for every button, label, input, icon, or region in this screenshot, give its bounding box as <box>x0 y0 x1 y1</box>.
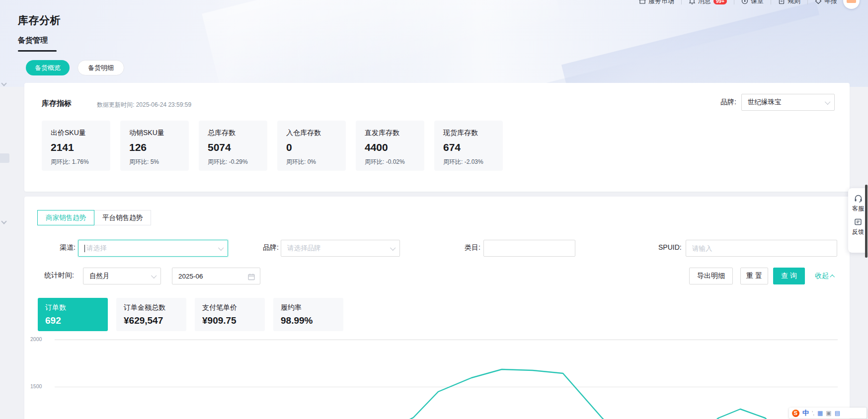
metric-value: 126 <box>129 141 189 153</box>
tab-merchant-trend[interactable]: 商家销售趋势 <box>37 210 94 225</box>
channel-label: 渠道: <box>60 243 76 252</box>
pill-stock-overview[interactable]: 备货概览 <box>26 60 70 75</box>
collapse-chevron-icon[interactable] <box>2 81 8 88</box>
scrollbar-thumb[interactable] <box>865 185 868 258</box>
metric-label: 直发库存数 <box>365 129 424 138</box>
metric-value: 2141 <box>51 141 110 153</box>
brand-filter-label: 品牌: <box>720 98 736 107</box>
channel-placeholder: 请选择 <box>86 244 107 253</box>
metric-card: 出价SKU量 2141 周环比: 1.76% <box>42 121 110 171</box>
nav-divider <box>681 0 682 4</box>
collapse-chevron-icon[interactable] <box>2 219 8 226</box>
stat-time-label: 统计时间: <box>44 271 74 280</box>
sogou-logo-icon[interactable]: S <box>792 410 799 417</box>
ime-keyboard-icon[interactable]: ▣ <box>826 410 831 417</box>
nav-classroom[interactable]: 课堂 <box>741 0 764 5</box>
header-band <box>0 0 868 87</box>
chevron-up-icon <box>830 274 835 279</box>
metric-wow: 周环比: 0% <box>286 158 346 166</box>
spuid-label: SPUID: <box>658 243 682 251</box>
orders-series-line <box>367 369 789 419</box>
kpi-label: 支付笔单价 <box>202 303 265 312</box>
metric-label: 入仓库存数 <box>286 129 346 138</box>
time-type-select[interactable]: 自然月 <box>83 268 161 284</box>
brand-select-value: 世纪缘珠宝 <box>748 98 782 107</box>
brand-filter: 品牌: 世纪缘珠宝 <box>720 94 835 111</box>
nav-label: 规则 <box>788 0 800 5</box>
kpi-label: 履约率 <box>281 303 343 312</box>
spuid-input[interactable] <box>686 240 837 257</box>
metric-label: 现货库存数 <box>443 129 503 138</box>
metric-card: 直发库存数 4400 周环比: -0.02% <box>356 121 424 171</box>
metric-label: 动销SKU量 <box>129 129 189 138</box>
ime-emoji-icon[interactable]: ▦ <box>817 410 823 417</box>
chevron-down-icon <box>390 245 395 251</box>
metric-card: 总库存数 5074 周环比: -0.29% <box>199 121 267 171</box>
sidebar-handle[interactable] <box>0 153 9 163</box>
nav-label: 消息 <box>698 0 711 5</box>
topnav-clip: 服务市场 消息 99+ 课堂 规则 年报 <box>447 0 868 5</box>
section-title: 库存指标 <box>42 99 72 108</box>
trend-brand-placeholder: 请选择品牌 <box>287 244 321 253</box>
avatar-art <box>847 0 856 3</box>
category-label: 类目: <box>465 243 480 252</box>
orders-line-chart <box>24 323 844 419</box>
nav-divider <box>734 0 734 4</box>
nav-messages[interactable]: 消息 99+ <box>689 0 727 5</box>
chevron-down-icon <box>218 245 224 251</box>
text-caret <box>84 245 85 252</box>
month-picker[interactable]: 2025-06 <box>172 268 260 284</box>
inventory-analysis-page: 服务市场 消息 99+ 课堂 规则 年报 <box>0 0 868 419</box>
nav-label: 课堂 <box>751 0 764 5</box>
metric-value: 5074 <box>208 141 267 153</box>
ime-mode-chinese[interactable]: 中 <box>802 409 809 418</box>
sales-trend-card: 商家销售趋势 平台销售趋势 渠道: 请选择 品牌: 请选择品牌 类目: SPUI… <box>24 197 850 419</box>
headset-icon[interactable] <box>854 195 863 203</box>
report-icon <box>815 0 822 4</box>
nav-annual-report[interactable]: 年报 <box>815 0 837 5</box>
tab-stock-management[interactable]: 备货管理 <box>18 36 48 45</box>
feedback-icon[interactable] <box>854 218 862 226</box>
metric-card: 现货库存数 674 周环比: -2.03% <box>434 121 503 171</box>
nav-divider <box>771 0 771 4</box>
trend-brand-select[interactable]: 请选择品牌 <box>281 240 400 257</box>
nav-service-market[interactable]: 服务市场 <box>639 0 674 5</box>
nav-rules[interactable]: 规则 <box>778 0 800 5</box>
calendar-icon <box>248 273 255 280</box>
feedback-label[interactable]: 反馈 <box>852 228 864 236</box>
metric-value: 674 <box>443 141 503 153</box>
metric-card: 动销SKU量 126 周环比: 5% <box>120 121 189 171</box>
customer-service-label[interactable]: 客服 <box>852 205 864 213</box>
metric-wow: 周环比: -0.29% <box>208 158 267 166</box>
nav-label: 年报 <box>824 0 837 5</box>
tab-platform-trend[interactable]: 平台销售趋势 <box>94 210 151 225</box>
metric-label: 总库存数 <box>208 129 267 138</box>
brand-select[interactable]: 世纪缘珠宝 <box>741 94 835 111</box>
nav-divider <box>807 0 808 4</box>
classroom-icon <box>741 0 748 4</box>
metric-card: 入仓库存数 0 周环比: 0% <box>277 121 346 171</box>
ime-punct-icon[interactable]: ’, <box>812 411 814 416</box>
collapse-label: 收起 <box>815 272 829 280</box>
ime-toolbox-icon[interactable]: ▤ <box>835 410 840 417</box>
metric-label: 出价SKU量 <box>51 129 110 138</box>
pill-stock-detail[interactable]: 备货明细 <box>78 60 124 75</box>
service-market-icon <box>639 0 646 4</box>
tab-active-underline <box>18 50 57 52</box>
export-detail-button[interactable]: 导出明细 <box>689 268 733 284</box>
trend-tabs: 商家销售趋势 平台销售趋势 <box>37 210 151 225</box>
reset-button[interactable]: 重 置 <box>740 268 768 284</box>
collapse-filters-link[interactable]: 收起 <box>815 272 835 280</box>
month-value: 2025-06 <box>178 273 203 280</box>
time-type-value: 自然月 <box>89 272 110 280</box>
inventory-metrics-card: 库存指标 数据更新时间: 2025-06-24 23:59:59 品牌: 世纪缘… <box>24 83 850 192</box>
input-method-bar[interactable]: S 中 ’, ▦ ▣ ▤ <box>789 408 867 419</box>
message-count-badge: 99+ <box>713 0 727 4</box>
data-update-time: 数据更新时间: 2025-06-24 23:59:59 <box>97 101 191 109</box>
channel-select[interactable]: 请选择 <box>78 240 228 257</box>
category-input[interactable] <box>483 240 575 257</box>
query-button[interactable]: 查 询 <box>773 268 805 284</box>
kpi-label: 订单金额总数 <box>124 303 186 312</box>
chevron-down-icon <box>151 273 157 279</box>
kpi-label: 订单数 <box>45 303 108 312</box>
